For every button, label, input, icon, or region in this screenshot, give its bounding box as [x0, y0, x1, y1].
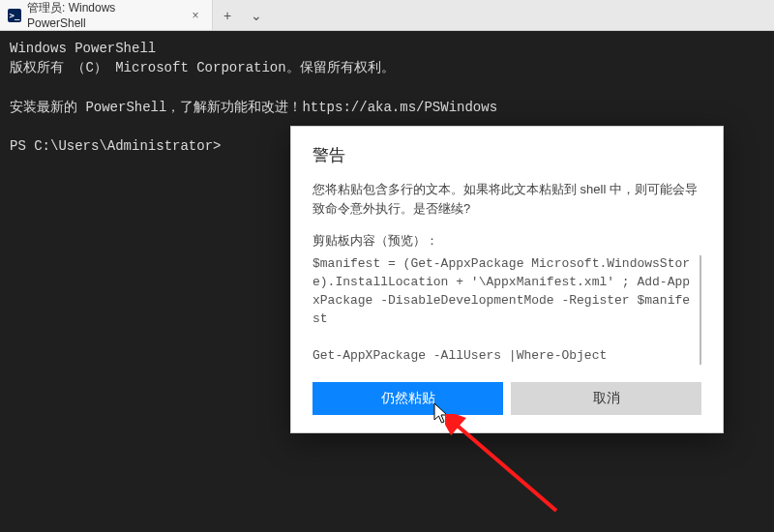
tab-actions: + ⌄ [213, 0, 271, 30]
titlebar: >_ 管理员: Windows PowerShell × + ⌄ [0, 0, 774, 31]
tab-close-icon[interactable]: × [189, 9, 202, 22]
paste-warning-dialog: 警告 您将粘贴包含多行的文本。如果将此文本粘贴到 shell 中，则可能会导致命… [290, 126, 724, 433]
clipboard-preview-label: 剪贴板内容（预览）： [313, 232, 701, 250]
terminal-line: 版权所有 （C） Microsoft Corporation。保留所有权利。 [10, 60, 395, 75]
dialog-buttons: 仍然粘贴 取消 [313, 382, 701, 415]
tab-title: 管理员: Windows PowerShell [27, 0, 177, 30]
paste-anyway-button[interactable]: 仍然粘贴 [313, 382, 503, 415]
tab-dropdown-button[interactable]: ⌄ [242, 0, 271, 31]
tab-powershell[interactable]: >_ 管理员: Windows PowerShell × [0, 0, 213, 30]
clipboard-preview: $manifest = (Get-AppxPackage Microsoft.W… [313, 255, 701, 365]
terminal-prompt: PS C:\Users\Administrator> [10, 138, 221, 154]
terminal-line: Windows PowerShell [10, 41, 156, 56]
powershell-icon: >_ [8, 9, 21, 22]
dialog-message: 您将粘贴包含多行的文本。如果将此文本粘贴到 shell 中，则可能会导致命令意外… [313, 180, 701, 219]
new-tab-button[interactable]: + [213, 0, 242, 31]
terminal-line: 安装最新的 PowerShell，了解新功能和改进！https://aka.ms… [10, 100, 497, 115]
cancel-button[interactable]: 取消 [511, 382, 701, 415]
dialog-title: 警告 [313, 144, 701, 166]
